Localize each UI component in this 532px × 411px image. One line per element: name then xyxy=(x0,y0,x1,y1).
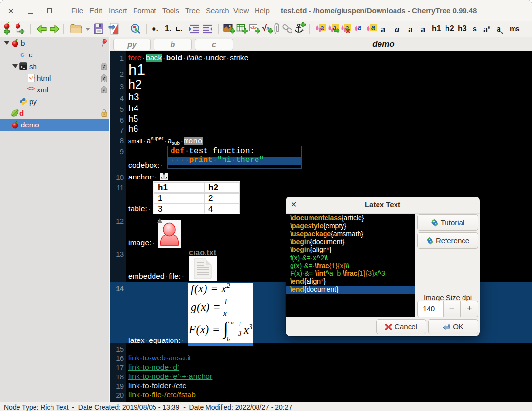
svg-text:</>: </> xyxy=(250,25,257,30)
svg-text:a: a xyxy=(358,23,361,31)
svg-text:a: a xyxy=(371,23,375,31)
svg-text:</>: </> xyxy=(29,76,35,80)
